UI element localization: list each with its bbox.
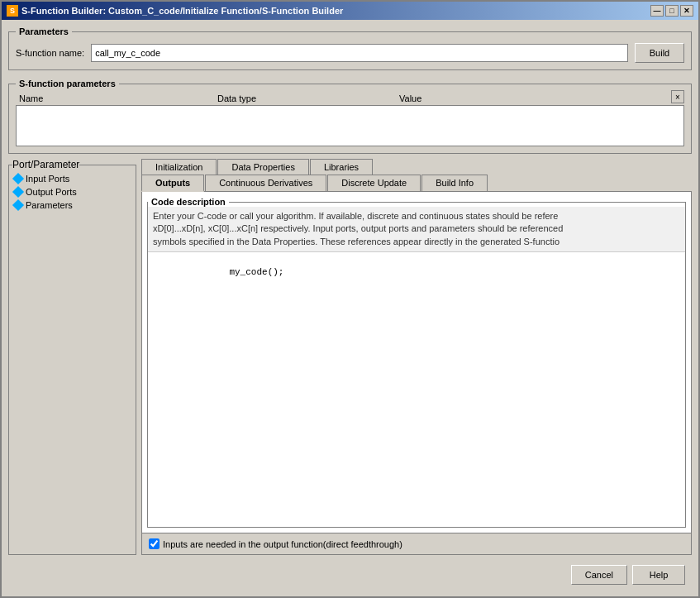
- tab-row-1: Initialization Data Properties Libraries: [141, 159, 692, 175]
- parameters-label: Parameters: [26, 200, 73, 210]
- sfunc-name-row: S-function name: Build: [16, 43, 684, 63]
- sfunc-params-legend: S-function parameters: [16, 79, 119, 89]
- cancel-button[interactable]: Cancel: [571, 565, 627, 585]
- build-button[interactable]: Build: [635, 43, 684, 63]
- tab-initialization[interactable]: Initialization: [141, 159, 217, 175]
- checkbox-row: Inputs are needed in the output function…: [142, 533, 691, 554]
- sfunc-params-table: Name Data type Value: [16, 92, 684, 105]
- feedthrough-checkbox[interactable]: [149, 538, 160, 549]
- tab-outputs[interactable]: Outputs: [141, 175, 204, 192]
- bottom-section: Port/Parameter Input Ports Output Ports …: [8, 159, 692, 555]
- right-panel: Initialization Data Properties Libraries…: [141, 159, 692, 555]
- tab-data-properties[interactable]: Data Properties: [217, 159, 308, 175]
- sfunc-params-area: S-function parameters Name Data type Val…: [8, 79, 692, 154]
- content-area: Code description Enter your C-code or ca…: [141, 192, 692, 555]
- footer-buttons: Cancel Help: [8, 560, 692, 590]
- output-ports-icon: [12, 186, 24, 198]
- sfunc-params-fieldset: S-function parameters Name Data type Val…: [8, 79, 692, 154]
- sidebar-item-input-ports[interactable]: Input Ports: [12, 172, 132, 185]
- maximize-button[interactable]: □: [665, 5, 679, 17]
- sidebar-item-parameters[interactable]: Parameters: [12, 199, 132, 212]
- window-title: S-Function Builder: Custom_C_code/Initia…: [21, 6, 343, 16]
- col-datatype-header: Data type: [214, 92, 396, 105]
- parameters-fieldset: Parameters S-function name: Build: [8, 26, 692, 70]
- sfunc-params-close-button[interactable]: ×: [671, 90, 684, 103]
- input-ports-label: Input Ports: [26, 174, 69, 184]
- sfunc-name-label: S-function name:: [16, 48, 84, 58]
- input-ports-icon: [12, 173, 24, 184]
- sfunc-name-input[interactable]: [91, 44, 628, 62]
- help-button[interactable]: Help: [632, 565, 685, 585]
- minimize-button[interactable]: —: [650, 5, 664, 17]
- tab-build-info[interactable]: Build Info: [421, 175, 488, 191]
- title-bar-buttons: — □ ✕: [650, 5, 693, 17]
- window-content: Parameters S-function name: Build S-func…: [2, 20, 698, 596]
- tab-row-2: Outputs Continuous Derivatives Discrete …: [141, 175, 692, 192]
- tab-continuous-derivatives[interactable]: Continuous Derivatives: [205, 175, 326, 191]
- parameters-icon: [12, 199, 24, 211]
- main-window: S S-Function Builder: Custom_C_code/Init…: [0, 0, 700, 598]
- code-legend: Code description: [148, 197, 229, 207]
- tab-libraries[interactable]: Libraries: [310, 159, 373, 175]
- sfunc-params-wrapper: Name Data type Value ×: [16, 92, 684, 146]
- code-fieldset: Code description Enter your C-code or ca…: [147, 197, 686, 528]
- code-description: Enter your C-code or call your algorithm…: [148, 207, 685, 252]
- feedthrough-label: Inputs are needed in the output function…: [163, 539, 402, 549]
- tab-discrete-update[interactable]: Discrete Update: [327, 175, 421, 191]
- title-bar: S S-Function Builder: Custom_C_code/Init…: [2, 2, 698, 20]
- col-value-header: Value: [396, 92, 684, 105]
- output-ports-label: Output Ports: [26, 187, 77, 197]
- port-panel-legend: Port/Parameter: [12, 159, 79, 170]
- port-panel: Port/Parameter Input Ports Output Ports …: [8, 159, 136, 555]
- parameters-legend: Parameters: [16, 26, 72, 36]
- code-editor[interactable]: my_code();: [148, 252, 685, 527]
- col-name-header: Name: [16, 92, 214, 105]
- sidebar-item-output-ports[interactable]: Output Ports: [12, 185, 132, 199]
- sfunc-params-table-body: [16, 105, 684, 146]
- window-icon: S: [7, 5, 18, 17]
- title-bar-left: S S-Function Builder: Custom_C_code/Init…: [7, 5, 343, 17]
- close-button[interactable]: ✕: [680, 5, 693, 17]
